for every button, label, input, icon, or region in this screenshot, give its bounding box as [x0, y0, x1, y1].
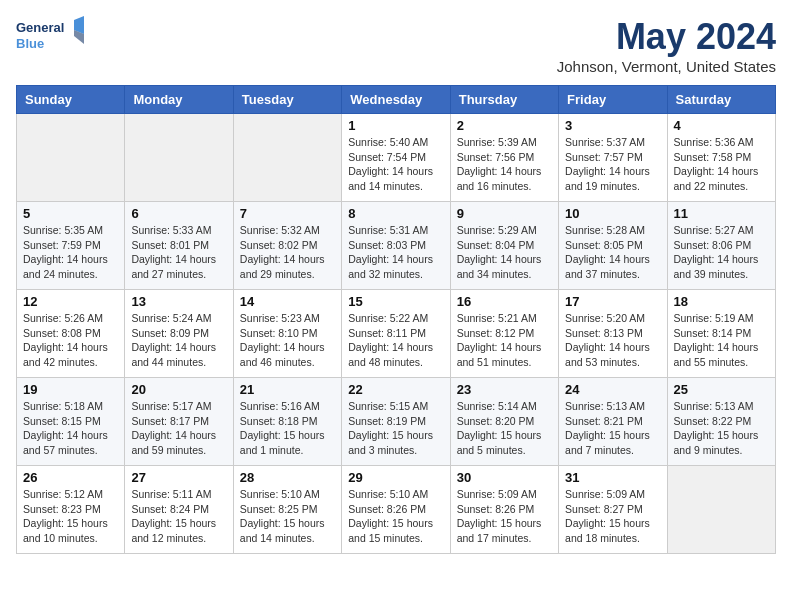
day-number: 15: [348, 294, 443, 309]
day-info: Sunrise: 5:14 AMSunset: 8:20 PMDaylight:…: [457, 399, 552, 458]
day-info: Sunrise: 5:09 AMSunset: 8:26 PMDaylight:…: [457, 487, 552, 546]
day-number: 1: [348, 118, 443, 133]
day-info: Sunrise: 5:18 AMSunset: 8:15 PMDaylight:…: [23, 399, 118, 458]
day-number: 11: [674, 206, 769, 221]
calendar-cell: 25Sunrise: 5:13 AMSunset: 8:22 PMDayligh…: [667, 378, 775, 466]
calendar-cell: 1Sunrise: 5:40 AMSunset: 7:54 PMDaylight…: [342, 114, 450, 202]
day-info: Sunrise: 5:10 AMSunset: 8:25 PMDaylight:…: [240, 487, 335, 546]
day-info: Sunrise: 5:09 AMSunset: 8:27 PMDaylight:…: [565, 487, 660, 546]
day-number: 20: [131, 382, 226, 397]
day-number: 21: [240, 382, 335, 397]
day-info: Sunrise: 5:27 AMSunset: 8:06 PMDaylight:…: [674, 223, 769, 282]
column-header-monday: Monday: [125, 86, 233, 114]
calendar-cell: 12Sunrise: 5:26 AMSunset: 8:08 PMDayligh…: [17, 290, 125, 378]
week-row-5: 26Sunrise: 5:12 AMSunset: 8:23 PMDayligh…: [17, 466, 776, 554]
day-info: Sunrise: 5:10 AMSunset: 8:26 PMDaylight:…: [348, 487, 443, 546]
calendar-cell: 30Sunrise: 5:09 AMSunset: 8:26 PMDayligh…: [450, 466, 558, 554]
day-number: 18: [674, 294, 769, 309]
calendar-cell: 17Sunrise: 5:20 AMSunset: 8:13 PMDayligh…: [559, 290, 667, 378]
svg-text:General: General: [16, 20, 64, 35]
day-number: 14: [240, 294, 335, 309]
calendar-cell: 8Sunrise: 5:31 AMSunset: 8:03 PMDaylight…: [342, 202, 450, 290]
day-info: Sunrise: 5:13 AMSunset: 8:21 PMDaylight:…: [565, 399, 660, 458]
day-info: Sunrise: 5:24 AMSunset: 8:09 PMDaylight:…: [131, 311, 226, 370]
day-number: 23: [457, 382, 552, 397]
title-block: May 2024 Johnson, Vermont, United States: [557, 16, 776, 75]
day-info: Sunrise: 5:29 AMSunset: 8:04 PMDaylight:…: [457, 223, 552, 282]
svg-text:Blue: Blue: [16, 36, 44, 51]
calendar-cell: 14Sunrise: 5:23 AMSunset: 8:10 PMDayligh…: [233, 290, 341, 378]
day-info: Sunrise: 5:23 AMSunset: 8:10 PMDaylight:…: [240, 311, 335, 370]
day-number: 10: [565, 206, 660, 221]
day-number: 4: [674, 118, 769, 133]
day-number: 28: [240, 470, 335, 485]
day-info: Sunrise: 5:17 AMSunset: 8:17 PMDaylight:…: [131, 399, 226, 458]
calendar-cell: [125, 114, 233, 202]
calendar-cell: 15Sunrise: 5:22 AMSunset: 8:11 PMDayligh…: [342, 290, 450, 378]
day-info: Sunrise: 5:26 AMSunset: 8:08 PMDaylight:…: [23, 311, 118, 370]
calendar-cell: 18Sunrise: 5:19 AMSunset: 8:14 PMDayligh…: [667, 290, 775, 378]
calendar-cell: 27Sunrise: 5:11 AMSunset: 8:24 PMDayligh…: [125, 466, 233, 554]
week-row-2: 5Sunrise: 5:35 AMSunset: 7:59 PMDaylight…: [17, 202, 776, 290]
column-header-friday: Friday: [559, 86, 667, 114]
day-number: 17: [565, 294, 660, 309]
day-number: 22: [348, 382, 443, 397]
calendar-cell: 5Sunrise: 5:35 AMSunset: 7:59 PMDaylight…: [17, 202, 125, 290]
day-info: Sunrise: 5:11 AMSunset: 8:24 PMDaylight:…: [131, 487, 226, 546]
day-number: 9: [457, 206, 552, 221]
calendar-cell: 13Sunrise: 5:24 AMSunset: 8:09 PMDayligh…: [125, 290, 233, 378]
day-info: Sunrise: 5:12 AMSunset: 8:23 PMDaylight:…: [23, 487, 118, 546]
calendar-cell: 23Sunrise: 5:14 AMSunset: 8:20 PMDayligh…: [450, 378, 558, 466]
day-info: Sunrise: 5:37 AMSunset: 7:57 PMDaylight:…: [565, 135, 660, 194]
column-header-tuesday: Tuesday: [233, 86, 341, 114]
calendar-cell: 31Sunrise: 5:09 AMSunset: 8:27 PMDayligh…: [559, 466, 667, 554]
calendar-cell: [233, 114, 341, 202]
calendar-cell: 29Sunrise: 5:10 AMSunset: 8:26 PMDayligh…: [342, 466, 450, 554]
calendar-cell: [667, 466, 775, 554]
day-number: 31: [565, 470, 660, 485]
day-info: Sunrise: 5:19 AMSunset: 8:14 PMDaylight:…: [674, 311, 769, 370]
week-row-3: 12Sunrise: 5:26 AMSunset: 8:08 PMDayligh…: [17, 290, 776, 378]
day-number: 30: [457, 470, 552, 485]
calendar-cell: 20Sunrise: 5:17 AMSunset: 8:17 PMDayligh…: [125, 378, 233, 466]
day-number: 26: [23, 470, 118, 485]
calendar-cell: 6Sunrise: 5:33 AMSunset: 8:01 PMDaylight…: [125, 202, 233, 290]
day-info: Sunrise: 5:13 AMSunset: 8:22 PMDaylight:…: [674, 399, 769, 458]
calendar-cell: 26Sunrise: 5:12 AMSunset: 8:23 PMDayligh…: [17, 466, 125, 554]
day-info: Sunrise: 5:28 AMSunset: 8:05 PMDaylight:…: [565, 223, 660, 282]
day-number: 7: [240, 206, 335, 221]
day-number: 16: [457, 294, 552, 309]
calendar-cell: 21Sunrise: 5:16 AMSunset: 8:18 PMDayligh…: [233, 378, 341, 466]
calendar-cell: [17, 114, 125, 202]
day-number: 24: [565, 382, 660, 397]
day-info: Sunrise: 5:20 AMSunset: 8:13 PMDaylight:…: [565, 311, 660, 370]
day-info: Sunrise: 5:39 AMSunset: 7:56 PMDaylight:…: [457, 135, 552, 194]
day-number: 12: [23, 294, 118, 309]
calendar-cell: 9Sunrise: 5:29 AMSunset: 8:04 PMDaylight…: [450, 202, 558, 290]
day-number: 8: [348, 206, 443, 221]
day-info: Sunrise: 5:21 AMSunset: 8:12 PMDaylight:…: [457, 311, 552, 370]
column-header-wednesday: Wednesday: [342, 86, 450, 114]
day-number: 13: [131, 294, 226, 309]
day-info: Sunrise: 5:36 AMSunset: 7:58 PMDaylight:…: [674, 135, 769, 194]
week-row-1: 1Sunrise: 5:40 AMSunset: 7:54 PMDaylight…: [17, 114, 776, 202]
calendar-cell: 3Sunrise: 5:37 AMSunset: 7:57 PMDaylight…: [559, 114, 667, 202]
day-info: Sunrise: 5:32 AMSunset: 8:02 PMDaylight:…: [240, 223, 335, 282]
column-header-thursday: Thursday: [450, 86, 558, 114]
calendar-cell: 7Sunrise: 5:32 AMSunset: 8:02 PMDaylight…: [233, 202, 341, 290]
day-info: Sunrise: 5:35 AMSunset: 7:59 PMDaylight:…: [23, 223, 118, 282]
day-number: 25: [674, 382, 769, 397]
location: Johnson, Vermont, United States: [557, 58, 776, 75]
header-row: SundayMondayTuesdayWednesdayThursdayFrid…: [17, 86, 776, 114]
calendar-cell: 2Sunrise: 5:39 AMSunset: 7:56 PMDaylight…: [450, 114, 558, 202]
calendar-cell: 19Sunrise: 5:18 AMSunset: 8:15 PMDayligh…: [17, 378, 125, 466]
day-number: 6: [131, 206, 226, 221]
column-header-saturday: Saturday: [667, 86, 775, 114]
week-row-4: 19Sunrise: 5:18 AMSunset: 8:15 PMDayligh…: [17, 378, 776, 466]
day-info: Sunrise: 5:22 AMSunset: 8:11 PMDaylight:…: [348, 311, 443, 370]
day-info: Sunrise: 5:15 AMSunset: 8:19 PMDaylight:…: [348, 399, 443, 458]
day-info: Sunrise: 5:31 AMSunset: 8:03 PMDaylight:…: [348, 223, 443, 282]
column-header-sunday: Sunday: [17, 86, 125, 114]
calendar-cell: 10Sunrise: 5:28 AMSunset: 8:05 PMDayligh…: [559, 202, 667, 290]
day-number: 19: [23, 382, 118, 397]
